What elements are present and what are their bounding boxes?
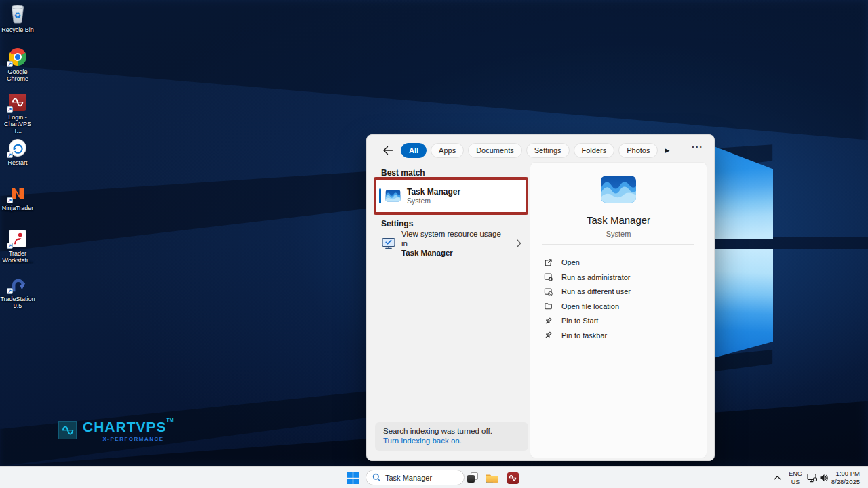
shortcut-arrow-icon: ↗	[7, 152, 13, 158]
tray-network-button[interactable]	[806, 472, 817, 483]
desktop-icon-trader-workstation[interactable]: ↗ Trader Workstati...	[1, 229, 34, 264]
best-match-subtitle: System	[407, 197, 460, 205]
network-icon	[807, 473, 817, 483]
back-button[interactable]	[380, 143, 395, 158]
tray-clock[interactable]: 1:00 PM 8/28/2025	[831, 470, 860, 486]
svg-text:♻: ♻	[14, 10, 22, 20]
task-manager-icon-large	[600, 175, 637, 203]
desktop-icon-login-chartvps[interactable]: ↗ Login - ChartVPS T...	[1, 93, 34, 134]
search-flyout: All Apps Documents Settings Folders Phot…	[366, 134, 715, 461]
chartvps-logo-icon	[58, 421, 77, 439]
desktop-icon-label: Recycle Bin	[1, 26, 34, 33]
action-pin-to-taskbar[interactable]: Pin to taskbar	[544, 331, 700, 340]
task-view-icon	[467, 472, 479, 483]
indexing-link[interactable]: Turn indexing back on.	[383, 436, 520, 446]
search-indexing-notice: Search indexing was turned off. Turn ind…	[375, 422, 528, 451]
desktop-icon-label: Restart	[7, 159, 27, 166]
action-run-as-different-user[interactable]: Run as different user	[544, 287, 700, 296]
settings-result-line2: Task Manager	[401, 248, 509, 258]
action-run-as-administrator[interactable]: Run as administrator	[544, 272, 700, 282]
watermark-tm: TM	[167, 418, 174, 422]
run-as-different-user-icon	[544, 287, 553, 296]
action-open[interactable]: Open	[544, 258, 700, 267]
best-match-task-manager[interactable]: Task Manager System	[374, 177, 528, 215]
action-pin-to-start[interactable]: Pin to Start	[544, 316, 700, 325]
tradestation-icon: ↗	[8, 274, 27, 293]
desktop-icon-google-chrome[interactable]: ↗ Google Chrome	[1, 47, 34, 82]
desktop-icon-label: TradeStation 9.5	[0, 296, 35, 309]
shortcut-arrow-icon: ↗	[7, 288, 13, 294]
shortcut-arrow-icon: ↗	[7, 106, 13, 113]
windows-logo-pane-bottom	[709, 249, 773, 359]
tabs-overflow-icon[interactable]: ▶	[665, 147, 669, 154]
tray-volume-button[interactable]	[818, 472, 829, 483]
chartvps-watermark: CHARTVPSTM X-PERFORMANCE	[58, 419, 174, 442]
desktop-icon-label: Login - ChartVPS T...	[1, 114, 34, 134]
clock-time: 1:00 PM	[831, 470, 860, 478]
more-options-icon[interactable]: ···	[692, 142, 703, 152]
selection-accent-bar	[379, 188, 381, 203]
ninjatrader-icon: ↗	[8, 184, 27, 203]
task-manager-icon	[385, 190, 401, 202]
desktop-icon-recycle-bin[interactable]: ♻ Recycle Bin	[1, 3, 34, 33]
taskbar-search-box[interactable]: Task Manager	[366, 470, 465, 485]
tab-all[interactable]: All	[401, 143, 427, 158]
tab-folders[interactable]: Folders	[574, 143, 615, 158]
folder-icon	[544, 302, 553, 310]
windows-logo-pane-top	[709, 144, 773, 239]
restart-icon: ↗	[8, 138, 27, 157]
preview-subtitle: System	[530, 230, 707, 238]
task-view-button[interactable]	[467, 472, 479, 483]
result-preview-panel: Task Manager System Open	[530, 162, 707, 458]
divider	[542, 244, 694, 245]
best-match-title: Task Manager	[407, 187, 460, 197]
trader-workstation-icon: ↗	[8, 229, 27, 248]
speaker-icon	[819, 473, 829, 483]
chartvps-app-icon	[507, 472, 519, 484]
best-match-header: Best match	[381, 168, 425, 178]
taskbar-search-value: Task Manager	[385, 474, 432, 482]
tab-apps[interactable]: Apps	[431, 143, 464, 158]
recycle-bin-icon: ♻	[7, 3, 28, 24]
tab-documents[interactable]: Documents	[468, 143, 522, 158]
shortcut-arrow-icon: ↗	[7, 243, 13, 249]
shortcut-arrow-icon: ↗	[7, 197, 13, 203]
settings-header: Settings	[381, 219, 413, 228]
desktop-icon-label: Trader Workstati...	[1, 250, 34, 264]
watermark-tagline: X-PERFORMANCE	[83, 436, 174, 442]
windows-desktop-screen: ♻ Recycle Bin ↗ Google Chrome ↗ Login - …	[0, 0, 868, 488]
shortcut-arrow-icon: ↗	[7, 61, 13, 67]
settings-result-task-manager[interactable]: View system resource usage in Task Manag…	[374, 229, 528, 258]
language-region: US	[787, 478, 804, 486]
action-open-file-location[interactable]: Open file location	[544, 302, 700, 311]
search-icon	[372, 473, 381, 482]
search-filter-tabs: All Apps Documents Settings Folders Phot…	[380, 142, 687, 159]
desktop-icon-tradestation[interactable]: ↗ TradeStation 9.5	[1, 274, 34, 309]
open-external-icon	[544, 258, 553, 267]
file-explorer-button[interactable]	[486, 472, 498, 483]
chartvps-login-icon: ↗	[8, 93, 27, 112]
indexing-message: Search indexing was turned off.	[383, 426, 520, 436]
chrome-icon: ↗	[8, 47, 27, 66]
file-explorer-icon	[486, 473, 498, 483]
chartvps-app-button[interactable]	[507, 472, 519, 484]
pin-icon	[544, 317, 553, 325]
run-as-admin-icon	[544, 272, 553, 281]
windows-logo-icon	[347, 472, 359, 484]
pin-icon	[544, 331, 553, 340]
tab-photos[interactable]: Photos	[618, 143, 658, 158]
desktop-icon-label: Google Chrome	[1, 68, 34, 82]
tab-settings[interactable]: Settings	[526, 143, 570, 158]
clock-date: 8/28/2025	[831, 478, 860, 486]
language-code: ENG	[787, 470, 804, 478]
settings-result-line1: View system resource usage in	[401, 230, 501, 247]
chevron-right-icon	[517, 239, 521, 247]
tray-language-indicator[interactable]: ENG US	[787, 470, 804, 486]
desktop-icon-ninjatrader[interactable]: ↗ NinjaTrader	[1, 184, 34, 211]
start-button[interactable]	[345, 470, 360, 485]
watermark-brand: CHARTVPS	[83, 419, 167, 434]
tray-show-hidden-icons[interactable]	[772, 473, 783, 482]
desktop-icon-restart[interactable]: ↗ Restart	[1, 138, 34, 166]
preview-title: Task Manager	[530, 214, 707, 226]
desktop-icon-label: NinjaTrader	[2, 205, 34, 211]
